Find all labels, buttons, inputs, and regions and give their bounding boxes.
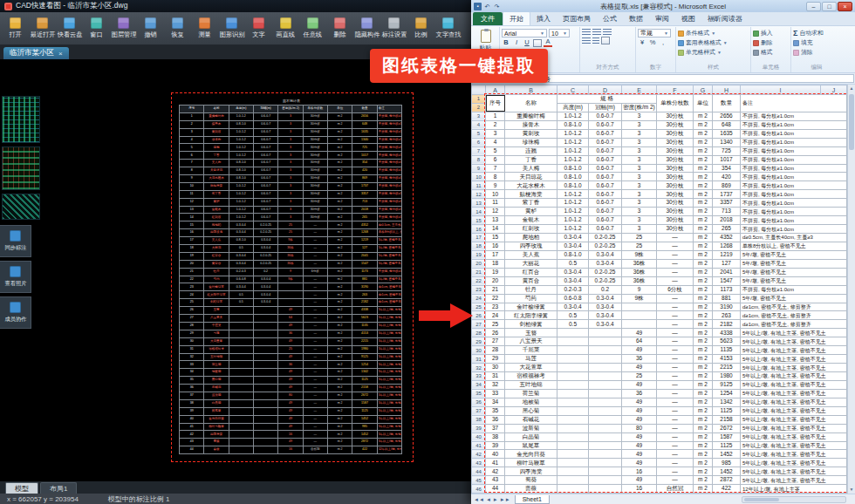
cell[interactable]: — bbox=[657, 329, 694, 337]
cell[interactable]: 0.3-0.4 bbox=[557, 303, 589, 311]
cell[interactable]: 3 bbox=[622, 146, 657, 155]
cell[interactable]: 30分枝 bbox=[657, 112, 694, 120]
cell[interactable]: 5年以上/墩, 有地上主茎, 密植不见土 bbox=[741, 337, 847, 346]
cell[interactable]: 1340 bbox=[713, 138, 741, 146]
row-header[interactable]: 1 bbox=[472, 95, 486, 104]
cell[interactable]: 红太阳李绿篱 bbox=[505, 311, 557, 320]
layout-tab-2[interactable]: 布局1 bbox=[40, 482, 77, 494]
cell[interactable] bbox=[557, 329, 589, 337]
cell[interactable]: — bbox=[657, 415, 694, 424]
cell[interactable]: 3 bbox=[622, 129, 657, 138]
cell[interactable]: 30分枝 bbox=[657, 120, 694, 129]
cell[interactable]: 不拼剪, 每分枝≥1.0cm bbox=[741, 285, 847, 294]
cell[interactable]: 9株 bbox=[622, 250, 657, 259]
cell[interactable]: 16 bbox=[622, 467, 657, 476]
cell[interactable]: m 2 bbox=[694, 406, 713, 415]
row-header[interactable]: 34 bbox=[472, 380, 486, 389]
cell[interactable]: 5年以上/墩, 有地上主茎, 密植不见土 bbox=[741, 355, 847, 364]
cell[interactable]: 宿根福禄考 bbox=[505, 372, 557, 381]
text-button[interactable]: 文字 bbox=[245, 14, 272, 44]
excel-row[interactable]: 2927八宝景天64—m 256235年以上/墩, 有地上主茎, 密植不见土 bbox=[472, 337, 847, 346]
cell[interactable] bbox=[557, 432, 589, 441]
excel-row[interactable]: 3533荷兰菊36—m 212545年以上/墩, 有地上主茎, 密植不见土 bbox=[472, 389, 847, 398]
cell[interactable]: 大花水桠木 bbox=[505, 181, 557, 190]
cell[interactable]: 1017 bbox=[713, 155, 741, 164]
row-header[interactable]: 7 bbox=[472, 146, 486, 155]
cell[interactable]: m 2 bbox=[694, 294, 713, 303]
cell[interactable] bbox=[557, 355, 589, 364]
cell[interactable]: m 2 bbox=[694, 441, 713, 450]
excel-row[interactable]: 42接骨木0.8-1.00.6-0.7330分枝m 2648不拼剪, 每分枝≥1… bbox=[472, 120, 847, 129]
cell[interactable]: — bbox=[657, 450, 694, 459]
cell[interactable] bbox=[589, 380, 622, 389]
cell[interactable]: 30分枝 bbox=[657, 216, 694, 225]
cell[interactable]: 0.6-0.7 bbox=[589, 112, 622, 120]
excel-row[interactable]: 3331宿根福禄考25—m 219805年以上/墩, 有地上主茎, 密植不见土 bbox=[472, 372, 847, 381]
cell[interactable]: m 2 bbox=[694, 485, 713, 494]
cell[interactable]: m 2 bbox=[694, 112, 713, 120]
cell[interactable] bbox=[557, 337, 589, 346]
cell[interactable]: — bbox=[657, 441, 694, 450]
cell[interactable]: 42 bbox=[486, 467, 505, 476]
maximize-button[interactable]: □ bbox=[822, 2, 837, 11]
header-cell-unit[interactable]: 单位 bbox=[694, 95, 713, 112]
header-cell-crown[interactable]: 冠幅(m) bbox=[589, 103, 622, 112]
cell[interactable]: 49 bbox=[622, 432, 657, 441]
ribbon-tab-8[interactable]: 视图 bbox=[675, 12, 701, 25]
cell[interactable]: 2215 bbox=[713, 364, 741, 372]
cell[interactable]: 4338 bbox=[713, 329, 741, 337]
cell[interactable]: m 2 bbox=[694, 459, 713, 467]
comma-button[interactable]: , bbox=[659, 38, 667, 47]
align-bottom-icon[interactable] bbox=[603, 29, 612, 36]
cell[interactable]: 0.2-0.25 bbox=[589, 276, 622, 285]
row-header[interactable]: 41 bbox=[472, 441, 486, 450]
cell[interactable]: 白晶菊 bbox=[505, 432, 557, 441]
cell[interactable]: 千屈菜 bbox=[505, 346, 557, 355]
cell[interactable] bbox=[557, 415, 589, 424]
sync-annotation-button[interactable]: 同步标注 bbox=[0, 225, 31, 257]
cell[interactable]: 0.6-0.7 bbox=[589, 190, 622, 199]
cell[interactable]: m 2 bbox=[694, 424, 713, 432]
cell[interactable]: — bbox=[657, 268, 694, 276]
cell[interactable]: m 2 bbox=[694, 432, 713, 441]
cell[interactable]: 蔷薇 bbox=[505, 485, 557, 494]
cell[interactable]: 12年以上/墩, 有地上主茎 bbox=[741, 485, 847, 494]
cell[interactable]: 0.6-0.7 bbox=[589, 225, 622, 234]
cell[interactable]: 3357 bbox=[713, 199, 741, 208]
undo-icon[interactable]: ↶ bbox=[483, 3, 491, 10]
merge-center-button[interactable] bbox=[601, 37, 610, 44]
cell[interactable]: 1.0-1.2 bbox=[557, 129, 589, 138]
cell[interactable]: 422 bbox=[713, 485, 741, 494]
row-header[interactable]: 31 bbox=[472, 355, 486, 364]
measure-button[interactable]: 测量 bbox=[191, 14, 218, 44]
row-header[interactable]: 44 bbox=[472, 467, 486, 476]
cell[interactable]: 1254 bbox=[713, 389, 741, 398]
cell[interactable]: m 2 bbox=[694, 234, 713, 242]
cell[interactable] bbox=[622, 311, 657, 320]
layers-button[interactable]: 图层管理 bbox=[110, 14, 137, 44]
cell[interactable]: m 2 bbox=[694, 415, 713, 424]
excel-row[interactable]: 1816四季玫瑰0.3-0.40.2-0.2525—m 21268单株8分枝以上… bbox=[472, 242, 847, 250]
excel-row[interactable]: 2624红太阳李绿篱0.50.3-0.4—m 2263d≥1cm, 密植不见土,… bbox=[472, 311, 847, 320]
align-top-icon[interactable] bbox=[582, 29, 591, 36]
freehand-button[interactable]: 任意线 bbox=[299, 14, 326, 44]
excel-row[interactable]: 3129马莲36—m 241535年以上/墩, 有地上主茎, 密植不见土 bbox=[472, 355, 847, 364]
cell[interactable]: — bbox=[657, 311, 694, 320]
cell[interactable]: 3 bbox=[622, 120, 657, 129]
column-header-B[interactable]: B bbox=[505, 85, 557, 95]
excel-row[interactable]: 3836石碱花49—m 221585年以上/墩, 有地上主茎, 密植不见土 bbox=[472, 415, 847, 424]
cell[interactable]: 0.6-0.7 bbox=[589, 155, 622, 164]
cad-canvas[interactable]: 同步标注查看照片成员协作 苗木统计表 序号名称高度(m)冠幅(m)密度(株/m … bbox=[0, 59, 471, 481]
cell[interactable]: 0.6-0.7 bbox=[589, 146, 622, 155]
cell[interactable]: 5年以上/墩, 有地上主茎, 密植不见土 bbox=[741, 364, 847, 372]
cell[interactable]: 80 bbox=[622, 424, 657, 432]
header-cell-qty[interactable]: 数量 bbox=[713, 95, 741, 112]
excel-row[interactable]: 4240金光向日葵49—m 214525年以上/墩, 有地上主茎, 密植不见土 bbox=[472, 450, 847, 459]
cell[interactable]: — bbox=[657, 337, 694, 346]
cell[interactable]: 0.2-0.25 bbox=[589, 268, 622, 276]
cell[interactable]: 5年/墩, 密植不见土 bbox=[741, 268, 847, 276]
cell[interactable] bbox=[589, 476, 622, 485]
cell[interactable] bbox=[589, 467, 622, 476]
row-header[interactable]: 37 bbox=[472, 406, 486, 415]
cell[interactable]: 36株 bbox=[622, 268, 657, 276]
